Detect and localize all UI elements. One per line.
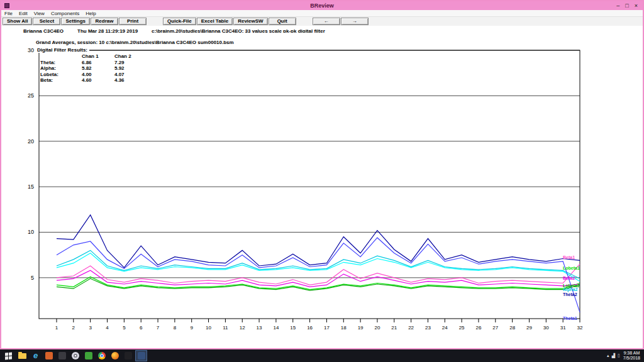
file-explorer-taskbar-button[interactable] xyxy=(16,350,28,361)
breview-taskbar-button[interactable] xyxy=(135,350,147,361)
series-label-beta2: Beta2 xyxy=(563,276,575,280)
tray-battery-icon[interactable]: ▯ xyxy=(618,353,620,358)
toolbar-button-select[interactable]: Select xyxy=(33,18,60,25)
maximize-button[interactable]: □ xyxy=(625,2,628,9)
toolbar-button-show-all[interactable]: Show All xyxy=(3,18,32,25)
tray-hidden-icons-icon[interactable]: ▴ xyxy=(607,353,609,358)
menubar: FileEditViewComponentsHelp xyxy=(1,10,643,17)
series-label-alpha2: Alpha2 xyxy=(563,287,577,292)
toolbar-button-quit[interactable]: Quit xyxy=(269,18,296,25)
tray-network-icon[interactable]: ▟ xyxy=(612,353,615,358)
y-tick-label: 20 xyxy=(28,138,34,145)
start-button[interactable] xyxy=(1,349,15,362)
x-tick-label: 17 xyxy=(324,325,330,331)
table-cell: 4.60 xyxy=(82,77,114,84)
menu-item-help[interactable]: Help xyxy=(82,11,99,16)
x-tick-label: 8 xyxy=(174,325,177,331)
file-explorer-icon xyxy=(18,353,26,359)
column-header: Chan 2 xyxy=(114,53,147,60)
media-disc-taskbar-button[interactable] xyxy=(69,350,81,361)
series-alpha2 xyxy=(57,250,580,278)
toolbar-button-quick-file[interactable]: Quick-File xyxy=(163,18,196,25)
table-cell: 7.29 xyxy=(114,60,147,66)
x-tick-label: 30 xyxy=(543,325,549,331)
toolbar-button-reviewsw[interactable]: ReviewSW xyxy=(233,18,267,25)
x-tick-label: 1 xyxy=(55,325,58,331)
x-tick-label: 26 xyxy=(476,325,482,331)
x-tick-label: 21 xyxy=(391,325,397,331)
x-tick-label: 7 xyxy=(157,325,160,331)
app-green-taskbar-button[interactable] xyxy=(82,350,94,361)
toolbar-button-redraw[interactable]: Redraw xyxy=(91,18,118,25)
table-cell: 5.82 xyxy=(82,65,114,72)
x-tick-label: 11 xyxy=(223,325,228,331)
row-label: Theta: xyxy=(40,60,82,66)
taskbar-clock[interactable]: 9:38 AM 7/5/2018 xyxy=(623,351,643,361)
series-label-beta1: Beta1 xyxy=(563,255,575,260)
menu-item-components[interactable]: Components xyxy=(48,11,82,16)
column-header: Chan 1 xyxy=(82,53,114,60)
firefox-taskbar-button[interactable] xyxy=(109,350,121,361)
chrome-taskbar-button[interactable] xyxy=(96,350,108,361)
app-dark-taskbar-button[interactable] xyxy=(56,350,68,361)
x-tick-label: 29 xyxy=(526,325,532,331)
filter-results-title: Digital Filter Results: xyxy=(37,47,89,53)
x-tick-label: 4 xyxy=(106,325,109,331)
x-tick-label: 2 xyxy=(72,325,75,331)
series-theta2 xyxy=(57,215,580,268)
table-cell: 4.00 xyxy=(82,72,114,78)
menu-item-view[interactable]: View xyxy=(31,11,48,16)
series-theta1 xyxy=(57,238,580,312)
titlebar[interactable]: BReview – □ × xyxy=(1,1,643,10)
windows-logo-icon xyxy=(5,352,12,359)
series-label-theta2: Theta2 xyxy=(563,292,577,297)
taskbar-apps: e xyxy=(16,350,147,361)
firefox-icon xyxy=(111,352,119,359)
row-label: Alpha: xyxy=(40,65,82,72)
minimize-button[interactable]: – xyxy=(616,2,619,9)
y-tick-label: 5 xyxy=(31,275,34,281)
breview-icon xyxy=(138,352,145,359)
y-tick-label: 25 xyxy=(28,92,34,99)
toolbar-button-excel-table[interactable]: Excel Table xyxy=(197,18,233,25)
y-tick-label: 30 xyxy=(28,47,34,53)
internet-explorer-taskbar-button[interactable]: e xyxy=(30,350,42,361)
filter-results-table: Chan 1 Chan 2 Theta: 6.86 7.29 Alpha: 5.… xyxy=(40,53,147,84)
window-controls: – □ × xyxy=(616,2,641,9)
app-orange-icon xyxy=(45,352,53,359)
app-black-icon xyxy=(125,352,132,359)
breview-window: BReview – □ × FileEditViewComponentsHelp… xyxy=(0,0,644,349)
x-tick-label: 24 xyxy=(442,325,448,331)
table-cell: 6.86 xyxy=(82,60,114,66)
x-tick-label: 22 xyxy=(408,325,414,331)
chart-area: Grand Averages, session: 10 c:\brainm.20… xyxy=(1,33,643,348)
y-tick-label: 10 xyxy=(28,229,34,235)
x-tick-label: 10 xyxy=(206,325,211,331)
x-tick-label: 3 xyxy=(89,325,92,331)
menu-item-edit[interactable]: Edit xyxy=(16,11,31,16)
app-orange-taskbar-button[interactable] xyxy=(43,350,55,361)
x-tick-label: 27 xyxy=(492,325,498,331)
x-tick-label: 28 xyxy=(509,325,515,331)
menu-item-file[interactable]: File xyxy=(1,11,16,16)
grand-averages-chart: 5101520253012345678910111213141516171819… xyxy=(20,47,586,336)
tray-icons: ▴▟▯ xyxy=(607,353,620,358)
close-button[interactable]: × xyxy=(635,2,638,9)
chrome-icon xyxy=(98,352,106,359)
x-tick-label: 15 xyxy=(290,325,296,331)
toolbar-button-btn[interactable]: → xyxy=(341,18,369,25)
chart-title: Grand Averages, session: 10 c:\brainm.20… xyxy=(36,40,234,45)
app-black-taskbar-button[interactable] xyxy=(122,350,134,361)
clock-time: 9:38 AM xyxy=(623,351,640,356)
toolbar-button-settings[interactable]: Settings xyxy=(61,18,90,25)
x-tick-label: 14 xyxy=(273,325,279,331)
series-label-lobeta1: Lobeta1 xyxy=(563,266,580,270)
x-tick-label: 32 xyxy=(577,325,583,331)
toolbar-button-btn[interactable]: ← xyxy=(313,18,340,25)
toolbar: Show AllSelectSettingsRedrawPrintQuick-F… xyxy=(1,17,643,26)
toolbar-button-print[interactable]: Print xyxy=(119,18,147,25)
x-tick-label: 6 xyxy=(140,325,143,331)
x-tick-label: 19 xyxy=(358,325,364,331)
x-tick-label: 12 xyxy=(240,325,245,331)
media-disc-icon xyxy=(72,352,79,359)
